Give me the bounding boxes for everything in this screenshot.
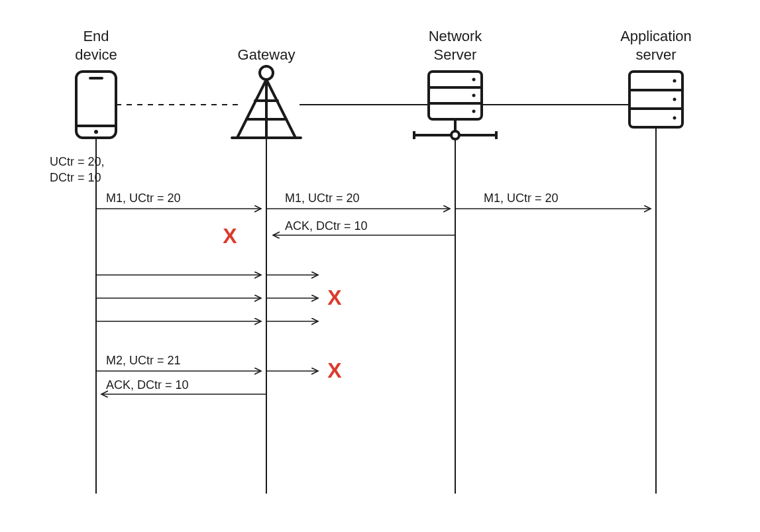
svg-line-6 (237, 80, 266, 138)
svg-point-4 (260, 66, 273, 80)
gateway-label: Gateway (238, 46, 296, 63)
svg-line-7 (266, 80, 296, 138)
label-m1-c: M1, UCtr = 20 (484, 191, 559, 205)
network-server-label-line1: Network (429, 28, 483, 44)
svg-point-27 (673, 98, 677, 101)
end-device-icon (76, 72, 116, 138)
svg-rect-0 (76, 72, 116, 138)
svg-point-3 (94, 130, 98, 134)
fail-x-1: X (223, 224, 237, 248)
fail-x-3: X (327, 358, 342, 382)
svg-point-14 (472, 78, 476, 81)
side-label-line2: DCtr = 10 (50, 171, 101, 184)
end-device-label-line2: device (75, 46, 117, 63)
svg-point-28 (673, 117, 677, 120)
side-label-line1: UCtr = 20, (50, 155, 105, 168)
application-server-icon (629, 72, 682, 127)
fail-x-2: X (327, 286, 342, 309)
svg-point-15 (472, 94, 476, 97)
end-device-label-line1: End (83, 28, 109, 44)
label-ack1: ACK, DCtr = 10 (285, 219, 368, 233)
svg-point-18 (451, 131, 459, 139)
svg-point-16 (472, 110, 476, 113)
label-m2: M2, UCtr = 21 (106, 354, 181, 367)
label-m1-b: M1, UCtr = 20 (285, 191, 360, 205)
sequence-diagram: End device Gateway Network Server Applic… (0, 0, 760, 532)
label-m1-a: M1, UCtr = 20 (106, 191, 181, 205)
application-server-label-line1: Application (620, 28, 692, 44)
svg-point-26 (673, 80, 677, 83)
network-server-label-line2: Server (434, 46, 477, 63)
label-ack2: ACK, DCtr = 10 (106, 378, 189, 392)
gateway-icon (232, 66, 301, 138)
application-server-label-line2: server (635, 46, 676, 63)
